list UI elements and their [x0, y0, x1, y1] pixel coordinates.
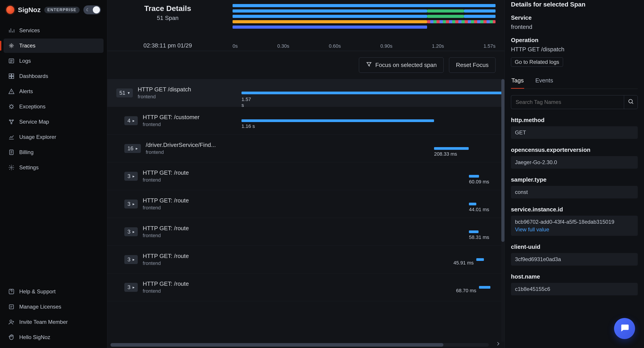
sidebar-item-exceptions[interactable]: Exceptions — [4, 99, 104, 114]
horizontal-scrollbar[interactable] — [110, 343, 489, 347]
span-label: HTTP GET: /routefrontend — [143, 280, 189, 294]
span-duration-bar — [479, 286, 490, 289]
sidebar-item-label: Service Map — [19, 119, 49, 125]
span-timeline-lane: 45.91 ms — [242, 246, 502, 273]
span-row[interactable]: 3▸HTTP GET: /routefrontend60.09 ms — [107, 162, 502, 190]
hand-wave-icon — [8, 334, 15, 340]
span-row[interactable]: 3▸HTTP GET: /routefrontend45.91 ms — [107, 246, 502, 273]
view-full-value-link[interactable]: View full value — [515, 226, 549, 233]
chevron-right-icon: ▸ — [132, 229, 134, 234]
minimap-bar — [232, 26, 427, 29]
span-expand-toggle[interactable]: 4▸ — [124, 116, 138, 125]
go-to-related-logs-button[interactable]: Go to Related logs — [511, 57, 563, 67]
tag-key: client-uuid — [511, 243, 638, 250]
receipt-icon — [8, 149, 15, 155]
span-timeline-lane: 208.33 ms — [242, 135, 502, 162]
minimap-bar — [464, 10, 496, 13]
sidebar-item-alerts[interactable]: Alerts — [4, 84, 104, 99]
gear-icon — [8, 164, 15, 171]
span-expand-toggle[interactable]: 16▸ — [124, 144, 141, 153]
tab-tags[interactable]: Tags — [511, 74, 524, 89]
sidebar-item-help[interactable]: Help & Support — [4, 284, 104, 299]
button-label: Reset Focus — [456, 62, 488, 69]
help-icon — [8, 288, 15, 295]
tag-search-button[interactable] — [624, 95, 638, 109]
span-tree-cell: 51▾HTTP GET /dispatchfrontend — [107, 79, 242, 107]
tag-key: host.name — [511, 273, 638, 280]
span-row[interactable]: 4▸HTTP GET: /customerfrontend1.16 s — [107, 107, 502, 135]
sidebar-header: SigNoz ENTERPRISE ☾ — [0, 0, 107, 20]
scrollbar-thumb[interactable] — [501, 79, 504, 242]
span-service: frontend — [143, 122, 200, 127]
filter-icon — [366, 61, 372, 69]
sidebar-item-billing[interactable]: Billing — [4, 145, 104, 159]
reset-focus-button[interactable]: Reset Focus — [449, 57, 496, 73]
span-row[interactable]: 51▾HTTP GET /dispatchfrontend1.57 s — [107, 79, 502, 107]
minimap-bar — [232, 10, 427, 13]
sidebar-item-services[interactable]: Services — [4, 23, 104, 38]
minimap-bar — [427, 15, 464, 18]
svg-point-0 — [11, 45, 12, 47]
span-duration-bar — [469, 230, 478, 233]
span-duration-bar — [242, 119, 434, 122]
toggle-knob — [93, 6, 100, 14]
svg-point-15 — [629, 99, 632, 103]
span-tree-cell: 3▸HTTP GET: /routefrontend — [107, 162, 242, 190]
scrollbar-thumb[interactable] — [110, 343, 444, 347]
trace-minimap[interactable] — [232, 4, 496, 31]
span-row[interactable]: 3▸HTTP GET: /routefrontend44.01 ms — [107, 190, 502, 218]
span-expand-toggle[interactable]: 3▸ — [124, 283, 138, 292]
axis-tick: 0.30s — [277, 43, 289, 49]
sidebar-item-label: Traces — [19, 43, 35, 49]
sidebar-item-label: Help & Support — [19, 288, 56, 295]
sidebar-item-licenses[interactable]: Manage Licenses — [4, 300, 104, 314]
span-operation: HTTP GET: /route — [143, 280, 189, 287]
axis-tick: 0.90s — [380, 43, 392, 49]
span-expand-toggle[interactable]: 3▸ — [124, 255, 138, 264]
span-scroll-area[interactable]: 51▾HTTP GET /dispatchfrontend1.57 s4▸HTT… — [107, 79, 502, 343]
span-tree-cell: 3▸HTTP GET: /routefrontend — [107, 218, 242, 245]
span-duration-label: 60.09 ms — [469, 179, 489, 185]
theme-toggle[interactable]: ☾ — [84, 5, 101, 14]
sidebar-item-settings[interactable]: Settings — [4, 160, 104, 175]
span-row[interactable]: 3▸HTTP GET: /routefrontend58.31 ms — [107, 218, 502, 246]
tab-events[interactable]: Events — [535, 74, 554, 89]
sidebar-item-service-map[interactable]: Service Map — [4, 115, 104, 129]
pager-next-button[interactable] — [495, 340, 501, 348]
minimap-bar — [427, 10, 464, 13]
span-duration-label: 45.91 ms — [454, 260, 474, 266]
span-duration-label: 68.70 ms — [456, 288, 476, 294]
sidebar-item-traces[interactable]: Traces — [4, 39, 104, 53]
tag-key: http.method — [511, 117, 638, 124]
span-duration-label: 208.33 ms — [434, 151, 457, 157]
span-expand-toggle[interactable]: 3▸ — [124, 172, 138, 181]
tag-value: const — [511, 186, 638, 198]
span-operation: HTTP GET: /route — [143, 169, 189, 176]
span-row[interactable]: 3▸HTTP GET: /routefrontend68.70 ms — [107, 273, 502, 301]
chat-fab-button[interactable] — [614, 318, 635, 339]
map-icon — [8, 119, 15, 125]
span-row[interactable]: 16▸/driver.DriverService/Find...frontend… — [107, 135, 502, 162]
sidebar-item-usage-explorer[interactable]: Usage Explorer — [4, 130, 104, 144]
svg-rect-13 — [10, 305, 14, 309]
sidebar-item-hello[interactable]: Hello SigNoz — [4, 330, 104, 344]
sidebar-item-invite[interactable]: Invite Team Member — [4, 315, 104, 329]
vertical-scrollbar[interactable] — [501, 79, 504, 342]
minimap-bar — [232, 15, 427, 18]
details-operation-label: Operation — [511, 37, 638, 44]
user-plus-icon — [8, 319, 15, 325]
trace-main: Trace Details 51 Span 02:38:11 pm 01/29 … — [107, 0, 504, 348]
sidebar-item-logs[interactable]: Logs — [4, 54, 104, 68]
sidebar-item-dashboards[interactable]: Dashboards — [4, 69, 104, 83]
sidebar-bottom: Help & Support Manage Licenses Invite Te… — [0, 281, 107, 348]
span-tree-cell: 4▸HTTP GET: /customerfrontend — [107, 107, 242, 134]
span-expand-toggle[interactable]: 3▸ — [124, 227, 138, 236]
span-expand-toggle[interactable]: 3▸ — [124, 200, 138, 209]
moon-icon: ☾ — [86, 8, 90, 12]
focus-selected-button[interactable]: Focus on selected span — [359, 57, 444, 73]
svg-rect-5 — [12, 76, 14, 78]
span-operation: /driver.DriverService/Find... — [146, 141, 216, 148]
span-duration-label: 44.01 ms — [469, 207, 489, 213]
span-expand-toggle[interactable]: 51▾ — [116, 88, 133, 97]
tag-search-input[interactable] — [511, 95, 624, 109]
